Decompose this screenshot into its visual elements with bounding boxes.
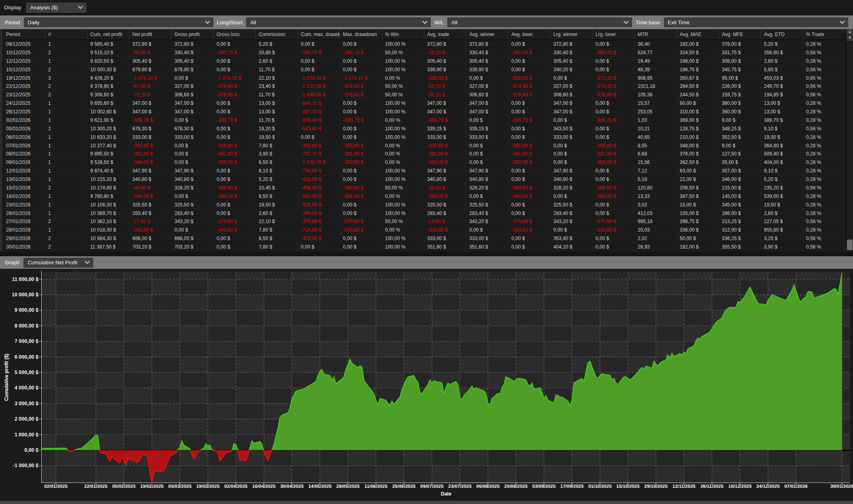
chart-svg: 11 000,00 $10 000,00 $9 000,00 $8 000,00… [0,269,853,501]
scroll-up-button[interactable]: ▲ [847,29,853,35]
graph-toolbar: Graph Cumulative Net Profit [0,256,853,269]
header-cell-19[interactable]: % Trade [803,29,849,40]
table-row[interactable]: 09/12/202519 565,40 $372,80 $372,80 $0,0… [0,40,846,49]
header-cell-1[interactable]: # [45,29,87,40]
table-row[interactable]: 02/01/202619 621,90 $-380,70 $0,00 $-380… [0,116,846,125]
cell: 347,90 $ [424,167,466,175]
table-row[interactable]: 26/01/2026110 389,70 $283,40 $283,40 $0,… [0,209,846,218]
scrollbar-thumb[interactable] [847,240,853,250]
period-select[interactable]: Daily [24,17,213,27]
cell: -381,90 $ [593,150,635,158]
cell: 0,00 $ [466,142,508,150]
cell: 235,20 $ [761,184,803,192]
header-cell-11[interactable]: Avg. winner [466,29,508,40]
cell: 22/12/2025 [3,82,45,90]
table-row[interactable]: 07/01/2026110 277,40 $-355,80 $0,00 $-35… [0,142,846,150]
cell: 15,00 $ [677,201,719,209]
header-cell-15[interactable]: MTR [635,29,677,40]
cell: 05/01/2026 [3,125,45,133]
longshort-select[interactable]: All [246,17,431,27]
header-cell-9[interactable]: % Win [382,29,424,40]
header-cell-7[interactable]: Cum. max. drawdown [298,29,340,40]
table-row[interactable]: 12/12/202519 820,50 $305,40 $305,40 $0,0… [0,57,846,66]
cell: -373,10 $ [593,74,635,82]
header-cell-5[interactable]: Gross loss [214,29,256,40]
table-row[interactable]: 15/12/2025210 500,30 $679,80 $679,80 $0,… [0,66,846,74]
table-row[interactable]: 23/12/202529 308,60 $-70,20 $306,60 $-37… [0,91,846,99]
cell: 283,40 $ [466,209,508,217]
cell: 15,57 [635,99,677,107]
table-body: 09/12/202519 565,40 $372,80 $372,80 $0,0… [0,40,846,251]
table-row[interactable]: 19/12/202539 426,20 $-1 074,10 $0,00 $-1… [0,74,846,83]
table-row[interactable]: 15/01/2026210 174,80 $-40,40 $328,20 $-3… [0,184,846,192]
cell: 10 018,30 $ [87,226,130,234]
table-row[interactable]: 30/01/2026211 387,50 $703,20 $703,20 $0,… [0,243,846,251]
cell: -381,90 $ [340,150,382,158]
cell: 15/12/2025 [3,66,45,74]
cell: -1 106,70 $ [298,158,340,166]
cell: 19,50 $ [761,201,803,209]
svg-text:8 000,00 $: 8 000,00 $ [15,323,38,329]
display-label: Display [4,4,21,11]
chevron-down-icon [422,19,428,24]
table-row[interactable]: 24/12/202519 655,60 $347,00 $347,00 $0,0… [0,99,846,108]
table-row[interactable]: 05/01/2026210 300,20 $678,30 $678,30 $0,… [0,125,846,133]
table-row[interactable]: 08/01/202619 895,50 $-381,90 $0,00 $-381… [0,150,846,158]
table-row[interactable]: 13/01/2026110 215,20 $340,80 $340,80 $0,… [0,175,846,184]
header-cell-18[interactable]: Avg. ETD [761,29,803,40]
header-cell-13[interactable]: Lrg. winner [551,29,593,40]
table-scrollbar[interactable]: ▲ ▼ [846,29,853,251]
table-row[interactable]: 12/01/202619 874,40 $347,90 $347,90 $0,0… [0,167,846,175]
table-row[interactable]: 16/01/202619 780,80 $-394,00 $0,00 $-394… [0,192,846,201]
bottom-resize-bar[interactable] [0,501,853,504]
cell: 7,12 [635,167,677,175]
display-select[interactable]: Analysis ($) [26,3,86,13]
header-cell-2[interactable]: Cum. net profit [87,29,130,40]
graph-type-select[interactable]: Cumulative Net Profit [23,258,93,268]
cell: -370,80 $ [508,217,551,225]
svg-text:1 000,00 $: 1 000,00 $ [15,432,38,438]
scroll-down-button[interactable]: ▼ [847,35,853,41]
cell: 404,00 $ [761,158,803,166]
cell: 0,00 $ [298,57,340,65]
cell: 13/01/2026 [3,175,45,183]
table-row[interactable]: 27/01/2026210 362,10 $-27,60 $343,20 $-3… [0,217,846,226]
header-cell-17[interactable]: Avg. MFE [719,29,761,40]
cell: 186,75 $ [677,66,719,74]
header-cell-12[interactable]: Avg. loser [508,29,551,40]
header-cell-6[interactable]: Commission [256,29,298,40]
cell: 0,00 $ [340,57,382,65]
cell: -343,80 $ [593,226,635,234]
cell: -394,00 $ [214,192,256,200]
table-row[interactable]: 10/12/202529 515,10 $-50,30 $330,40 $-38… [0,49,846,57]
cell: 2 [45,184,87,192]
table-row[interactable]: 09/01/202619 526,50 $-369,00 $0,00 $-369… [0,158,846,167]
cell: 198,00 $ [677,57,719,65]
timebase-select[interactable]: Exit Time [664,17,848,27]
cell: 80,00 $ [677,99,719,107]
table-row[interactable]: 06/01/2026110 633,20 $333,00 $333,00 $0,… [0,133,846,142]
header-cell-16[interactable]: Avg. MAE [677,29,719,40]
header-cell-0[interactable]: Period [3,29,45,40]
cell: -737,70 $ [298,150,340,158]
cell: 1 [45,57,87,65]
header-cell-4[interactable]: Gross profit [172,29,214,40]
wl-select[interactable]: All [447,17,632,27]
cell: 325,50 $ [130,201,172,209]
header-cell-10[interactable]: Avg. trade [424,29,466,40]
cell: 0,00 $ [340,108,382,116]
cell: 325,50 $ [424,201,466,209]
table-row[interactable]: 26/12/2025110 002,60 $347,00 $347,00 $0,… [0,108,846,116]
cell: 283,40 $ [551,209,593,217]
cell: 345,75 $ [719,66,761,74]
cell: 0,00 $ [214,209,256,217]
table-row[interactable]: 28/01/2026110 018,30 $-343,80 $0,00 $-34… [0,226,846,234]
cell: 2 [45,82,87,90]
table-row[interactable]: 23/01/2026110 106,30 $325,50 $325,50 $0,… [0,201,846,209]
header-cell-8[interactable]: Max. drawdown [340,29,382,40]
header-cell-3[interactable]: Net profit [130,29,172,40]
cell: 369,00 $ [677,116,719,124]
table-row[interactable]: 29/01/2026210 684,30 $666,00 $666,00 $0,… [0,234,846,243]
table-row[interactable]: 22/12/202529 378,80 $-47,40 $327,00 $-37… [0,82,846,91]
header-cell-14[interactable]: Lrg. loser [593,29,635,40]
